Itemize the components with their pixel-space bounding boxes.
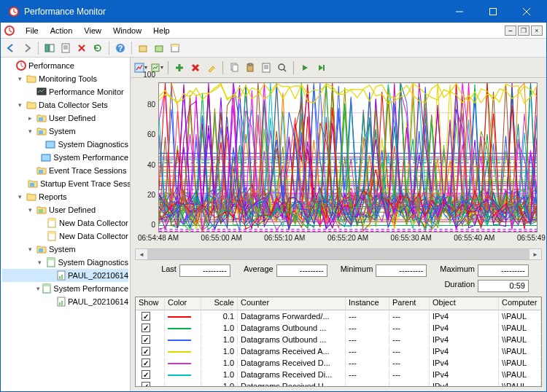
legend-show-checkbox[interactable]: ✓ [141,312,150,321]
legend-row[interactable]: ✓1.0Datagrams Received D...------IPv4\\P… [136,357,541,369]
tree-expander-icon[interactable]: ▾ [15,75,24,82]
delete-button[interactable] [74,41,89,55]
tree-expander-icon[interactable]: ▾ [26,246,34,253]
legend-show-checkbox[interactable]: ✓ [141,358,150,367]
legend-show-checkbox[interactable]: ✓ [141,335,150,344]
legend-show-checkbox[interactable]: ✓ [141,382,150,386]
tree-expander-icon[interactable]: ▾ [15,193,24,200]
tree-item[interactable]: ▾System [2,243,128,256]
legend-header-counter[interactable]: Counter [238,297,346,310]
menu-window[interactable]: Window [107,26,147,35]
tree-item[interactable]: PAUL_20210614 [2,295,128,308]
properties-chart-button[interactable] [259,60,274,76]
add-counter-button[interactable] [172,60,187,76]
back-button[interactable] [4,41,18,55]
legend-show-checkbox[interactable]: ✓ [141,370,150,379]
navigation-tree[interactable]: Performance▾Monitoring ToolsPerformance … [1,58,131,391]
menu-view[interactable]: View [78,26,107,35]
close-button[interactable] [510,1,543,23]
tree-item[interactable]: Event Trace Sessions [2,164,128,177]
tree-item[interactable]: New Data Collector [2,230,128,243]
tree-item-icon [46,257,55,267]
legend-header-instance[interactable]: Instance [346,297,389,310]
minimize-button[interactable] [443,1,476,23]
chart-plot[interactable] [158,82,538,232]
legend-parent: --- [389,381,430,386]
legend-table[interactable]: Show Color Scale Counter Instance Parent… [135,297,542,387]
tree-expander-icon[interactable]: ▾ [26,206,34,213]
legend-header-show[interactable]: Show [136,297,165,310]
tree-expander-icon[interactable]: ▾ [36,259,44,266]
refresh-button[interactable] [90,41,105,55]
new-window-button[interactable] [168,41,182,55]
scroll-right-button[interactable]: ► [529,249,541,259]
zoom-button[interactable] [275,60,290,76]
tree-item[interactable]: ▾Data Collector Sets [2,98,128,111]
menu-action[interactable]: Action [44,26,79,35]
legend-object: IPv4 [430,323,499,333]
tree-item-label: New Data Collector [59,219,128,227]
tree-item[interactable]: ▾System Performance [2,282,128,295]
legend-row[interactable]: ✓1.0Datagrams Received H...------IPv4\\P… [136,380,541,386]
tree-item[interactable]: PAUL_20210614 [2,269,128,282]
legend-computer: \\PAUL [499,323,541,333]
legend-header-color[interactable]: Color [165,297,201,310]
tree-item-icon [28,179,38,189]
tree-item[interactable]: ▾User Defined [2,203,128,216]
legend-header-scale[interactable]: Scale [201,297,238,310]
legend-row[interactable]: ✓1.0Datagrams Outbound ...------IPv4\\PA… [136,322,541,334]
mdi-close-button[interactable]: × [531,26,543,36]
forward-button[interactable] [20,41,34,55]
tree-item[interactable]: ▾Reports [2,190,128,203]
import-button[interactable] [152,41,166,55]
chart-area[interactable]: 020406080100 06:54:48 AM06:55:00 AM06:55… [135,79,542,247]
tree-item[interactable]: ▾System Diagnostics [2,256,128,269]
scroll-left-button[interactable]: ◄ [136,249,147,259]
tree-item[interactable]: System Diagnostics [2,138,128,151]
svg-rect-43 [263,63,270,72]
legend-row[interactable]: ✓1.0Datagrams Received A...------IPv4\\P… [136,345,541,357]
show-hide-tree-button[interactable] [42,41,57,55]
tree-expander-icon[interactable]: ▾ [26,128,34,135]
legend-row[interactable]: ✓0.1Datagrams Forwarded/...------IPv4\\P… [136,310,541,322]
remove-counter-button[interactable] [188,60,203,76]
tree-item[interactable]: ▸User Defined [2,111,128,125]
export-button[interactable] [136,41,150,55]
legend-row[interactable]: ✓1.0Datagrams Outbound ...------IPv4\\PA… [136,334,541,345]
tree-item[interactable]: ▾Monitoring Tools [2,72,128,85]
freeze-button[interactable] [298,60,312,76]
paste-button[interactable] [243,60,257,76]
tree-item[interactable]: Performance [2,59,128,72]
tree-item[interactable]: Startup Event Trace Sessions [2,177,128,190]
chart-scrollbar[interactable]: ◄ ► [135,248,542,260]
tree-item[interactable]: New Data Collector [2,216,128,230]
mdi-restore-button[interactable]: ❐ [518,26,529,36]
help-button[interactable]: ? [113,41,128,55]
legend-body[interactable]: ✓0.1Datagrams Forwarded/...------IPv4\\P… [136,310,541,386]
tree-expander-icon[interactable]: ▾ [36,285,40,292]
legend-show-checkbox[interactable]: ✓ [141,347,150,356]
tree-item[interactable]: Performance Monitor [2,85,128,98]
tree-item-icon [36,87,47,97]
menu-help[interactable]: Help [147,26,176,35]
properties-button[interactable] [58,41,73,55]
legend-show-checkbox[interactable]: ✓ [141,324,150,332]
legend-header[interactable]: Show Color Scale Counter Instance Parent… [136,297,541,310]
tree-expander-icon[interactable]: ▾ [15,101,24,109]
legend-header-computer[interactable]: Computer [499,297,541,310]
tree-expander-icon[interactable]: ▸ [26,114,34,122]
highlight-button[interactable] [204,60,219,76]
legend-header-object[interactable]: Object [430,297,499,310]
menu-file[interactable]: File [20,26,44,35]
tree-item-icon [26,100,36,110]
tree-item[interactable]: ▾System [2,125,128,138]
legend-row[interactable]: ✓1.0Datagrams Received Di...------IPv4\\… [136,369,541,380]
legend-object: IPv4 [430,346,499,356]
legend-header-parent[interactable]: Parent [389,297,430,310]
tree-item[interactable]: System Performance [2,151,128,164]
legend-instance: --- [346,369,389,380]
maximize-button[interactable] [476,1,510,23]
mdi-minimize-button[interactable]: ‒ [505,26,516,36]
update-button[interactable] [314,60,328,76]
copy-properties-button[interactable] [227,60,241,76]
